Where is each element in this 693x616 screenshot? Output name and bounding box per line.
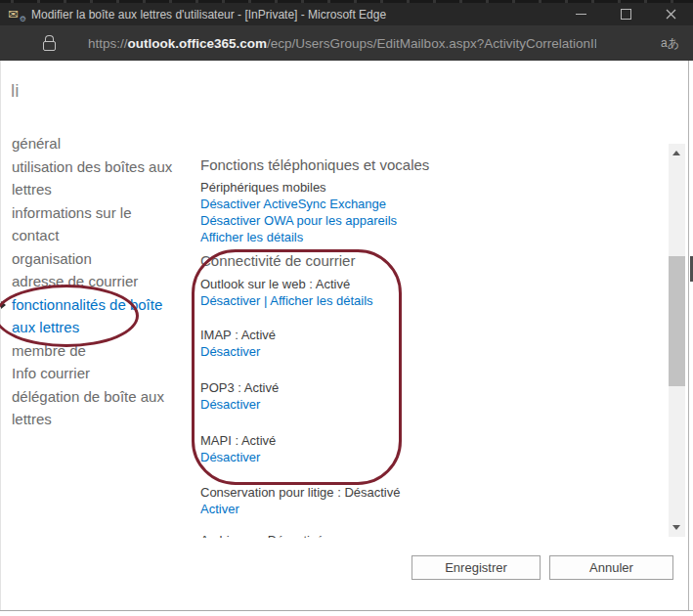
sidebar-item-label: utilisation des boîtes aux lettres <box>12 158 172 198</box>
maximize-button[interactable] <box>603 3 648 25</box>
sidebar-item-label: général <box>12 135 61 152</box>
link-disable-activesync[interactable]: Désactiver ActiveSync Exchange <box>200 197 386 211</box>
close-button[interactable] <box>648 3 693 25</box>
sidebar-item-informations-contact[interactable]: informations sur le contact <box>12 201 194 247</box>
url-text[interactable]: https://outlook.office365.com/ecp/UsersG… <box>88 36 596 51</box>
sidebar-item-label: membre de <box>12 342 86 359</box>
pop3-status: POP3 : Activé <box>200 380 279 395</box>
sidebar-item-adresse-courrier[interactable]: adresse de courrier <box>12 270 194 293</box>
litigation-status: Conservation pour litige : Désactivé <box>200 485 401 500</box>
mailbox-favicon-icon: ✉⚙ <box>8 8 24 21</box>
cancel-button[interactable]: Annuler <box>549 555 673 580</box>
save-button[interactable]: Enregistrer <box>411 555 541 580</box>
sidebar-item-label: informations sur le contact <box>12 204 132 244</box>
minimize-button[interactable] <box>558 3 603 25</box>
sidebar-nav: général utilisation des boîtes aux lettr… <box>12 132 194 431</box>
dialog-scrollbar[interactable] <box>669 144 685 537</box>
link-view-details-phone[interactable]: Afficher les détails <box>200 230 303 244</box>
link-view-details-owa[interactable]: Afficher les détails <box>270 293 372 308</box>
selected-arrow-icon <box>1 301 6 309</box>
window-controls <box>558 3 693 25</box>
browser-window: ✉⚙ Modifier la boîte aux lettres d'utili… <box>0 0 693 616</box>
address-bar[interactable]: https://outlook.office365.com/ecp/UsersG… <box>0 25 693 61</box>
imap-status: IMAP : Activé <box>200 328 276 342</box>
link-disable-pop3[interactable]: Désactiver <box>200 397 260 412</box>
phone-subheading: Périphériques mobiles <box>200 180 326 195</box>
page-title: li <box>11 80 19 102</box>
sidebar-item-membre-de[interactable]: membre de <box>12 339 194 363</box>
link-disable-owa[interactable]: Désactiver <box>200 293 260 308</box>
section-heading-connectivity: Connectivité de courrier <box>200 252 355 269</box>
sidebar-item-organisation[interactable]: organisation <box>12 247 194 271</box>
sidebar-item-fonctionnalites[interactable]: fonctionnalités de boîte aux lettres <box>12 293 194 339</box>
close-icon <box>666 9 676 20</box>
sidebar-item-utilisation[interactable]: utilisation des boîtes aux lettres <box>12 155 194 201</box>
link-separator: | <box>260 293 270 308</box>
sidebar-item-label: adresse de courrier <box>12 273 138 289</box>
clipped-section: Archivage : Désactivé <box>200 533 494 538</box>
maximize-icon <box>621 9 631 20</box>
scrollbar-thumb[interactable] <box>669 256 685 386</box>
link-disable-owa-devices[interactable]: Désactiver OWA pour les appareils <box>200 213 397 228</box>
window-title: Modifier la boîte aux lettres d'utilisat… <box>31 8 386 22</box>
link-disable-mapi[interactable]: Désactiver <box>200 450 260 464</box>
window-right-border <box>688 61 689 610</box>
link-enable-litigation[interactable]: Activer <box>200 502 239 516</box>
url-path: /ecp/UsersGroups/EditMailbox.aspx?Activi… <box>267 36 596 51</box>
scrollbar-down-arrow-icon[interactable] <box>672 525 680 530</box>
lock-icon[interactable] <box>43 35 56 51</box>
title-bar: ✉⚙ Modifier la boîte aux lettres d'utili… <box>0 3 693 25</box>
sidebar-item-label: fonctionnalités de boîte aux lettres <box>12 296 162 336</box>
window-left-border <box>0 61 1 610</box>
sidebar-item-general[interactable]: général <box>12 132 194 155</box>
sidebar-item-info-courrier[interactable]: Info courrier <box>12 362 194 385</box>
link-disable-imap[interactable]: Désactiver <box>200 344 260 359</box>
clipped-section-text: Archivage : Désactivé <box>200 533 494 538</box>
owa-links-row: Désactiver | Afficher les détails <box>200 293 373 308</box>
minimize-icon <box>576 14 586 15</box>
scrollbar-up-arrow-icon[interactable] <box>672 151 680 155</box>
sidebar-item-label: organisation <box>12 250 92 267</box>
lock-body <box>43 41 56 51</box>
gear-icon: ⚙ <box>20 16 26 23</box>
sidebar-item-delegation[interactable]: délégation de boîte aux lettres <box>12 385 194 431</box>
sidebar-item-label: Info courrier <box>12 365 90 381</box>
sidebar-item-label: délégation de boîte aux lettres <box>12 388 164 428</box>
owa-status: Outlook sur le web : Activé <box>200 277 350 291</box>
mapi-status: MAPI : Activé <box>200 433 276 448</box>
section-heading-phone: Fonctions téléphoniques et vocales <box>200 156 429 173</box>
url-domain: outlook.office365.com <box>128 36 268 51</box>
url-scheme: https:// <box>88 36 128 51</box>
translate-icon[interactable]: aあ <box>661 35 679 52</box>
